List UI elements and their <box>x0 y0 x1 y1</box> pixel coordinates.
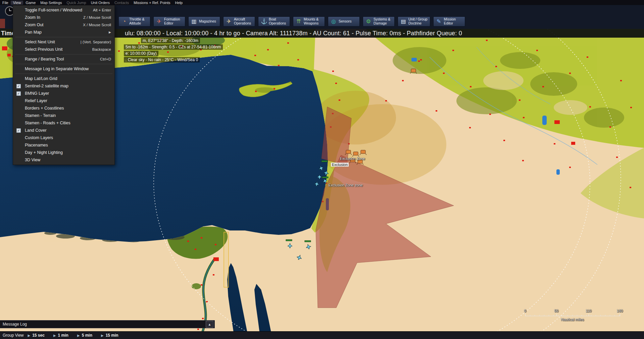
shortcut-label: Ctrl+D <box>100 57 111 61</box>
aircraft-operations-button[interactable]: ✈AircraftOperations <box>223 16 255 27</box>
play-icon: ▶ <box>77 334 80 337</box>
mission-editor-icon: ✎ <box>436 18 442 25</box>
view-menu-item-stamen-roads-cities[interactable]: Stamen - Roads + Cities <box>13 119 114 127</box>
view-menu-item-day-night-lighting[interactable]: Day + Night Lighting <box>13 149 114 156</box>
menu-item-label: Map Lat/Lon Grid <box>25 76 111 81</box>
view-menu-item-select-previous-unit[interactable]: Select Previous UnitBackspace <box>13 46 114 53</box>
time-step-label: 15 min <box>106 333 118 338</box>
checkbox-empty <box>16 23 21 27</box>
checkbox-empty <box>16 106 21 111</box>
checkbox-empty <box>16 136 21 140</box>
sensors-button[interactable]: ◎Sensors <box>328 16 360 27</box>
group-view-button[interactable]: Group View <box>0 333 28 338</box>
view-menu-item-3d-view[interactable]: 3D View <box>13 156 114 164</box>
menu-bar: FileViewGameMap SettingsQuick JumpUnit O… <box>0 0 644 5</box>
menu-item-label: Relief Layer <box>25 98 111 103</box>
shortcut-label: Z / Mouse Scroll <box>83 15 111 19</box>
menu-item-label: Range / Bearing Tool <box>25 57 100 61</box>
throttle-altitude-button[interactable]: ◔Throttle &Altitude <box>118 16 150 27</box>
view-menu-item-pan-map[interactable]: Pan Map▶ <box>13 29 114 36</box>
menu-item-label: Stamen - Roads + Cities <box>25 121 111 125</box>
view-menu-item-land-cover[interactable]: ✓Land Cover <box>13 127 114 134</box>
view-menu-item-stamen-terrain[interactable]: Stamen - Terrain <box>13 112 114 119</box>
menu-unit-orders[interactable]: Unit Orders <box>89 1 112 5</box>
checkbox-checked-icon: ✓ <box>16 84 21 88</box>
time-step-label: 5 min <box>82 333 92 338</box>
cursor-position-info: m, E27°12'38" - Depth: -1603m <box>141 38 200 43</box>
magazines-button[interactable]: ▥Magazines <box>188 16 220 27</box>
toolbar-button-label: Systems &Damage <box>374 17 390 25</box>
menu-help[interactable]: Help <box>172 1 185 5</box>
time-step-buttons: ▶15 sec▶1 min▶5 min▶15 min <box>28 333 127 338</box>
menu-item-label: Select Next Unit <box>25 40 81 44</box>
menu-contacts[interactable]: Contacts <box>112 1 131 5</box>
menu-item-label: Zoom In <box>25 15 83 20</box>
view-menu-item-sentinel-2-satellite-map[interactable]: ✓Sentinel-2 satellite map <box>13 82 114 90</box>
view-menu-item-zoom-out[interactable]: Zoom OutX / Mouse Scroll <box>13 21 114 29</box>
toolbar-button-label: Mounts &Weapons <box>304 17 318 25</box>
time-step-15-sec[interactable]: ▶15 sec <box>28 333 44 338</box>
menu-missions-ref-points[interactable]: Missions + Ref. Points <box>131 1 172 5</box>
view-menu-item-map-lat-lon-grid[interactable]: Map Lat/Lon Grid <box>13 75 114 82</box>
menu-item-label: Sentinel-2 satellite map <box>25 84 111 88</box>
toolbar-button-label: FormationEditor <box>164 17 180 25</box>
view-menu-item-placenames[interactable]: Placenames <box>13 141 114 149</box>
menu-item-label: Message Log in Separate Window <box>25 67 111 71</box>
sensors-icon: ◎ <box>331 18 337 25</box>
view-dropdown-menu: Toggle Full-screen / WindowedAlt + Enter… <box>13 5 115 165</box>
toolbar-button-label: Throttle &Altitude <box>129 17 145 25</box>
checkbox-empty <box>16 30 21 35</box>
mission-editor-button[interactable]: ✎MissionEditor <box>433 16 465 27</box>
menu-separator <box>15 73 112 75</box>
time-step-5-min[interactable]: ▶5 min <box>77 333 92 338</box>
scale-unit-label: Nautical miles <box>525 317 620 322</box>
view-menu-item-message-log-in-separate-window[interactable]: Message Log in Separate Window <box>13 65 114 73</box>
scale-tick-label: 110 <box>585 309 592 313</box>
mounts-weapons-button[interactable]: ⇈Mounts &Weapons <box>293 16 325 27</box>
menu-item-label: Select Previous Unit <box>25 47 92 52</box>
view-menu-item-relief-layer[interactable]: Relief Layer <box>13 97 114 104</box>
menu-item-label: Day + Night Lighting <box>25 150 111 155</box>
menu-item-label: Borders + Coastlines <box>25 106 111 111</box>
play-icon: ▶ <box>53 334 56 337</box>
systems-damage-button[interactable]: ⚙Systems &Damage <box>363 16 395 27</box>
checkbox-empty <box>16 40 21 44</box>
checkbox-empty <box>16 67 21 71</box>
play-icon: ▶ <box>28 334 30 337</box>
menu-quick-jump[interactable]: Quick Jump <box>64 1 89 5</box>
toolbar-button-label: Sensors <box>339 19 352 24</box>
menu-file[interactable]: File <box>0 1 11 5</box>
menu-game[interactable]: Game <box>23 1 38 5</box>
systems-damage-icon: ⚙ <box>365 18 371 25</box>
view-menu-item-toggle-full-screen-windowed[interactable]: Toggle Full-screen / WindowedAlt + Enter <box>13 6 114 14</box>
menu-item-label: Pan Map <box>25 30 109 35</box>
menu-view[interactable]: View <box>11 1 23 5</box>
scale-tick <box>556 314 557 316</box>
view-menu-item-bmng-layer[interactable]: ✓BMNG Layer <box>13 90 114 97</box>
checkbox-empty <box>16 158 21 162</box>
sonar-layer-info: 5m to -162m - Strength: 0.5 - CZs at 27-… <box>124 44 223 50</box>
menu-separator <box>15 63 112 65</box>
mounts-weapons-icon: ⇈ <box>296 18 302 25</box>
unit-group-doctrine-button[interactable]: ▤Unit / GroupDoctrine <box>398 16 430 27</box>
partial-side-widget <box>0 19 5 28</box>
view-menu-item-borders-coastlines[interactable]: Borders + Coastlines <box>13 104 114 112</box>
view-menu-item-zoom-in[interactable]: Zoom InZ / Mouse Scroll <box>13 14 114 21</box>
formation-editor-button[interactable]: ✈FormationEditor <box>153 16 185 27</box>
menu-item-label: Land Cover <box>25 128 111 133</box>
time-step-1-min[interactable]: ▶1 min <box>53 333 68 338</box>
toolbar-button-label: AircraftOperations <box>234 17 251 25</box>
expand-message-log-button[interactable]: ▲ <box>206 321 213 328</box>
boat-operations-button[interactable]: ⚓BoatOperations <box>258 16 290 27</box>
menu-item-label: Custom Layers <box>25 135 111 140</box>
view-menu-item-select-next-unit[interactable]: Select Next Unit| (Vert. Separator) <box>13 38 114 46</box>
view-menu-item-range-bearing-tool[interactable]: Range / Bearing ToolCtrl+D <box>13 55 114 63</box>
message-log-bar[interactable]: Message Log ▲ <box>0 320 215 328</box>
menu-map-settings[interactable]: Map Settings <box>38 1 64 5</box>
unit-group-doctrine-icon: ▤ <box>400 18 406 25</box>
app-window: ◔Throttle &Altitude✈FormationEditor▥Maga… <box>0 0 644 339</box>
checkbox-empty <box>16 143 21 147</box>
shortcut-label: Alt + Enter <box>93 8 111 12</box>
time-step-15-min[interactable]: ▶15 min <box>101 333 118 338</box>
view-menu-item-custom-layers[interactable]: Custom Layers <box>13 134 114 141</box>
